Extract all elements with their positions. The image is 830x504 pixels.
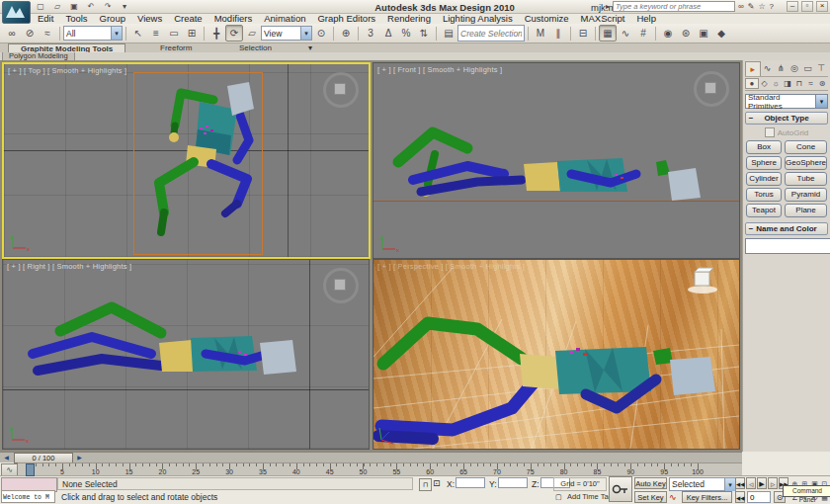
new-icon[interactable]: ▢ [34, 1, 47, 13]
favorites-icon[interactable]: ☆ [757, 2, 766, 12]
current-frame-field[interactable] [747, 491, 771, 503]
select-by-name-icon[interactable]: ≡ [147, 25, 165, 42]
angle-snap-icon[interactable]: Δ [379, 25, 397, 42]
viewcube[interactable] [323, 268, 359, 303]
add-time-tag[interactable]: Add Time Tag [567, 492, 613, 501]
help-icon[interactable]: ? [769, 2, 775, 12]
chevron-down-icon[interactable]: ▾ [111, 27, 122, 40]
box-button[interactable]: Box [746, 140, 782, 154]
key-mode-toggle-icon[interactable]: ◀◀ [735, 491, 745, 503]
tab-utilities-icon[interactable]: ⊤ [814, 61, 828, 76]
geosphere-button[interactable]: GeoSphere [785, 156, 827, 170]
geometry-icon[interactable]: ● [745, 78, 759, 89]
viewport-perspective[interactable]: [ + ] [ Perspective ] [ Smooth + Highlig… [373, 259, 740, 450]
biped-front-view[interactable] [374, 63, 739, 258]
chevron-down-icon[interactable]: ▾ [815, 95, 827, 108]
tab-display-icon[interactable]: ▭ [801, 61, 815, 76]
object-name-field[interactable] [745, 238, 830, 254]
viewport-front-label[interactable]: [ + ] [ Front ] [ Smooth + Highlights ] [377, 65, 502, 74]
material-editor-icon[interactable]: ◉ [659, 25, 677, 42]
pyramid-button[interactable]: Pyramid [785, 188, 827, 202]
viewport-top[interactable]: [ + ] [ Top ] [ Smooth + Highlights ] [2, 62, 371, 259]
undo-icon[interactable]: ↶ [84, 1, 98, 13]
selection-lock-icon[interactable]: ⊓ [419, 478, 432, 491]
time-tag-icon[interactable]: ▢ [555, 493, 562, 501]
open-icon[interactable]: ▱ [50, 1, 64, 13]
viewport-right[interactable]: [ + ] [ Right ] [ Smooth + Highlights ] [2, 259, 370, 450]
next-frame-icon[interactable]: ▷ [768, 477, 778, 489]
slider-prev-icon[interactable]: ◀ [2, 454, 11, 462]
track-bar[interactable]: 0510152025303540455055606570758085909510… [18, 462, 742, 476]
menu-graph-editors[interactable]: Graph Editors [311, 13, 381, 24]
layer-manager-icon[interactable]: ⊟ [574, 25, 592, 42]
biped-perspective-view[interactable] [374, 260, 739, 449]
workspaces-icon[interactable]: ▾ [118, 1, 131, 13]
menu-customize[interactable]: Customize [519, 13, 575, 24]
chevron-down-icon[interactable]: ▾ [300, 27, 311, 40]
search-input[interactable] [613, 1, 735, 12]
teapot-button[interactable]: Teapot [746, 204, 782, 217]
geometry-category-dropdown[interactable]: Standard Primitives ▾ [745, 94, 828, 109]
use-pivot-center-icon[interactable]: ⊙ [312, 25, 330, 42]
tab-modify-icon[interactable]: ∿ [761, 61, 775, 76]
menu-rendering[interactable]: Rendering [381, 13, 437, 24]
key-filters-button[interactable]: Key Filters... [682, 491, 732, 503]
unlink-selection-icon[interactable]: ⊘ [21, 25, 39, 42]
search-icon[interactable]: ∞ [737, 2, 745, 12]
percent-snap-icon[interactable]: % [397, 25, 415, 42]
absolute-offset-icon[interactable]: ⊡ [433, 478, 441, 488]
tube-button[interactable]: Tube [785, 172, 827, 186]
align-icon[interactable]: ∥ [549, 25, 567, 42]
sphere-button[interactable]: Sphere [746, 156, 782, 170]
viewport-right-label[interactable]: [ + ] [ Right ] [ Smooth + Highlights ] [7, 262, 131, 271]
y-coordinate-field[interactable] [498, 477, 528, 488]
tab-create-icon[interactable]: ▸ [745, 61, 761, 76]
communication-icon[interactable]: ✎ [747, 2, 756, 12]
ribbon-overflow-icon[interactable]: ▾ [296, 43, 324, 52]
render-setup-icon[interactable]: ⊛ [677, 25, 695, 42]
current-frame-marker[interactable] [26, 463, 35, 476]
window-crossing-icon[interactable]: ⊞ [183, 25, 201, 42]
maxscript-listener-output[interactable]: Welcome to M [1, 490, 55, 503]
rectangular-selection-region-icon[interactable]: ▭ [165, 25, 183, 42]
viewport-perspective-label[interactable]: [ + ] [ Perspective ] [ Smooth + Highlig… [377, 262, 525, 271]
viewport-front[interactable]: [ + ] [ Front ] [ Smooth + Highlights ] [373, 62, 740, 259]
collapse-icon[interactable]: − [746, 114, 756, 123]
close-icon[interactable]: × [816, 1, 828, 12]
edit-named-selection-sets-icon[interactable]: ▤ [440, 25, 457, 42]
menu-help[interactable]: Help [630, 13, 662, 24]
viewcube[interactable] [323, 72, 359, 108]
minimize-icon[interactable]: – [787, 1, 798, 12]
biped-right-view[interactable] [3, 260, 369, 449]
play-icon[interactable]: ▶ [757, 477, 767, 489]
chevron-down-icon[interactable]: ▾ [724, 478, 735, 491]
menu-modifiers[interactable]: Modifiers [208, 13, 259, 24]
render-production-icon[interactable]: ◆ [712, 25, 730, 42]
time-slider-track[interactable]: ◀ 0 / 100 ▶ [0, 452, 742, 462]
snap-toggle-icon[interactable]: 3 [362, 25, 379, 42]
graphite-ribbon-toggle-icon[interactable]: ▦ [599, 25, 617, 42]
schematic-view-icon[interactable]: # [634, 25, 652, 42]
autogrid-checkbox[interactable] [765, 127, 775, 137]
menu-group[interactable]: Group [94, 13, 131, 24]
select-object-icon[interactable]: ↖ [129, 25, 147, 42]
bind-to-space-warp-icon[interactable]: ≈ [39, 25, 56, 42]
space-warps-icon[interactable]: ≈ [805, 79, 817, 88]
tab-hierarchy-icon[interactable]: ⋔ [774, 61, 788, 76]
systems-icon[interactable]: ⊛ [816, 79, 828, 88]
set-key-button[interactable]: Set Key [634, 491, 667, 503]
menu-tools[interactable]: Tools [59, 13, 93, 24]
tab-freeform[interactable]: Freeform [148, 43, 204, 52]
helpers-icon[interactable]: ⊓ [793, 79, 805, 88]
menu-animation[interactable]: Animation [258, 13, 311, 24]
viewport-top-label[interactable]: [ + ] [ Top ] [ Smooth + Highlights ] [8, 66, 126, 75]
object-type-rollout[interactable]: − Object Type [745, 112, 828, 125]
slider-next-icon[interactable]: ▶ [75, 454, 84, 462]
menu-create[interactable]: Create [168, 13, 208, 24]
menu-maxscript[interactable]: MAXScript [575, 13, 631, 24]
app-logo-button[interactable] [2, 1, 31, 24]
name-and-color-rollout[interactable]: − Name and Color [745, 222, 828, 235]
viewcube[interactable] [694, 71, 729, 107]
torus-button[interactable]: Torus [746, 188, 782, 202]
restore-icon[interactable]: ▫ [801, 1, 813, 12]
